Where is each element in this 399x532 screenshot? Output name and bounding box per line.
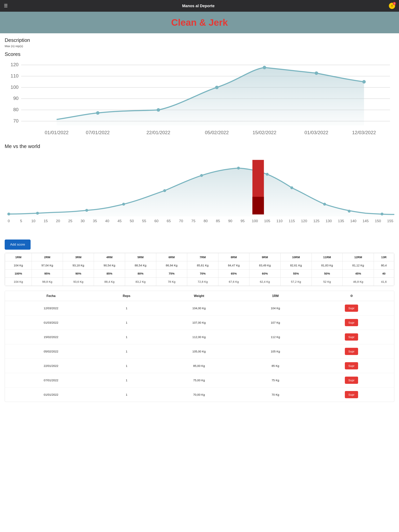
rm-header-cell: 1RM — [5, 253, 32, 261]
supr-cell: Supr — [309, 301, 394, 316]
cell-reps: 1 — [97, 344, 156, 359]
rm-kg-cell: 93,18 Kg — [63, 261, 94, 270]
mvw-x-75: 75 — [191, 219, 195, 223]
y-label-90: 90 — [13, 96, 19, 101]
cell-reps: 1 — [97, 359, 156, 373]
rm-calc-cell: 78 Kg — [156, 278, 187, 286]
mvw-x-130: 130 — [326, 219, 332, 223]
supr-button[interactable]: Supr — [345, 348, 358, 355]
menu-icon[interactable]: ☰ — [4, 3, 8, 8]
mvw-dot — [85, 209, 88, 212]
rm-kg-row: 104 Kg97,04 Kg93,18 Kg90,54 Kg88,54 Kg86… — [5, 261, 394, 270]
rm-kg-cell: 86,94 Kg — [156, 261, 187, 270]
description-heading: Description — [5, 37, 394, 43]
mvw-dot — [122, 203, 125, 206]
rm-calc-cell: 83,2 Kg — [125, 278, 156, 286]
rm-calc-cell: 46,8 Kg — [343, 278, 374, 286]
rm-table-wrapper: 1RM2RM3RM4RM5RM6RM7RM8RM9RM10RM11RM12RM1… — [5, 253, 394, 286]
supr-cell: Supr — [309, 330, 394, 344]
rm-kg-cell: 83,49 Kg — [249, 261, 281, 270]
rm-pct-cell: 40 — [374, 270, 394, 278]
rm-kg-cell: 81,83 Kg — [312, 261, 343, 270]
table-row: 07/01/2022175,00 Kg75 KgSupr — [5, 373, 394, 387]
rm-kg-cell: 97,04 Kg — [32, 261, 63, 270]
mvw-dot — [163, 189, 166, 192]
rm-kg-cell: 104 Kg — [5, 261, 32, 270]
y-label-120: 120 — [11, 62, 19, 67]
cell-weight: 112,00 Kg — [156, 330, 242, 344]
supr-button[interactable]: Supr — [345, 391, 358, 398]
table-row: 12/03/20221104,00 Kg104 KgSupr — [5, 301, 394, 316]
y-label-110: 110 — [11, 73, 19, 78]
rm-pct-cell: 50% — [312, 270, 343, 278]
rm-calc-cell: 41,6 — [374, 278, 394, 286]
mvw-x-55: 55 — [142, 219, 146, 223]
rm-pct-cell: 75% — [156, 270, 187, 278]
cell-weight: 107,00 Kg — [156, 316, 242, 330]
rm-header-cell: 4RM — [94, 253, 125, 261]
mvw-dot — [36, 212, 39, 215]
cell-weight: 85,00 Kg — [156, 359, 242, 373]
cell-fecha: 05/02/2022 — [5, 344, 97, 359]
cell-reps: 1 — [97, 373, 156, 387]
rm-pct-cell: 55% — [280, 270, 312, 278]
x-label-1: 01/01/2022 — [45, 130, 69, 135]
table-row: 15/02/20221112,00 Kg112 KgSupr — [5, 330, 394, 344]
rm-calc-cell: 72,8 Kg — [187, 278, 219, 286]
scores-log-header: Fecha — [5, 291, 97, 301]
description-text: Max (n) rep(s) — [5, 44, 394, 48]
supr-button[interactable]: Supr — [345, 304, 358, 312]
rm-kg-cell: 81,12 Kg — [343, 261, 374, 270]
rm-calc-cell: 62,4 Kg — [249, 278, 281, 286]
rm-header-row: 1RM2RM3RM4RM5RM6RM7RM8RM9RM10RM11RM12RM1… — [5, 253, 394, 261]
cell-rm1: 105 Kg — [242, 344, 309, 359]
table-row: 01/01/2022170,00 Kg70 KgSupr — [5, 387, 394, 402]
rm-kg-cell: 90,54 Kg — [94, 261, 125, 270]
app-title: Manos al Deporte — [182, 4, 215, 8]
cell-weight: 105,00 Kg — [156, 344, 242, 359]
table-row: 05/02/20221105,00 Kg105 KgSupr — [5, 344, 394, 359]
scores-log-table: FechaRepsWeight1RM⚙ 12/03/20221104,00 Kg… — [5, 291, 394, 402]
y-label-100: 100 — [11, 84, 19, 90]
supr-button[interactable]: Supr — [345, 333, 358, 341]
x-label-4: 05/02/2022 — [205, 130, 229, 135]
rm-pct-cell: 45% — [343, 270, 374, 278]
notification-bell[interactable]: ! 1 — [389, 3, 395, 9]
mvw-x-45: 45 — [117, 219, 122, 223]
scores-header-row: FechaRepsWeight1RM⚙ — [5, 291, 394, 301]
rm-calc-cell: 104 Kg — [5, 278, 32, 286]
mvw-dot — [290, 186, 293, 189]
supr-button[interactable]: Supr — [345, 362, 358, 369]
mvw-chart-container: 0 5 10 15 20 25 30 35 40 45 50 55 60 65 … — [5, 152, 394, 234]
rm-kg-cell: 84,47 Kg — [218, 261, 249, 270]
supr-cell: Supr — [309, 344, 394, 359]
cell-rm1: 112 Kg — [242, 330, 309, 344]
mvw-x-15: 15 — [44, 219, 48, 223]
cell-rm1: 107 Kg — [242, 316, 309, 330]
rm-calc-cell: 57,2 Kg — [280, 278, 312, 286]
supr-button[interactable]: Supr — [345, 377, 358, 384]
mvw-x-20: 20 — [56, 219, 60, 223]
chart-dot — [362, 80, 366, 83]
rm-header-cell: 5RM — [125, 253, 156, 261]
supr-button[interactable]: Supr — [345, 319, 358, 326]
x-label-2: 07/01/2022 — [86, 130, 110, 135]
scores-log-header: 1RM — [242, 291, 309, 301]
rm-calc-cell: 67,6 Kg — [218, 278, 249, 286]
hero-banner: Clean & Jerk — [0, 12, 399, 33]
x-label-5: 15/02/2022 — [252, 130, 276, 135]
cell-fecha: 01/03/2022 — [5, 316, 97, 330]
rm-header-cell: 7RM — [187, 253, 219, 261]
mvw-x-65: 65 — [167, 219, 171, 223]
scores-log-body: 12/03/20221104,00 Kg104 KgSupr01/03/2022… — [5, 301, 394, 402]
supr-cell: Supr — [309, 359, 394, 373]
scores-chart-container: 120 110 100 90 80 70 — [5, 58, 394, 141]
rm-pct-cell: 85% — [94, 270, 125, 278]
mvw-dot — [348, 210, 351, 213]
add-score-button[interactable]: Add score — [5, 240, 31, 250]
cell-weight: 75,00 Kg — [156, 373, 242, 387]
chart-dot — [215, 86, 219, 89]
table-row: 22/01/2022185,00 Kg85 KgSupr — [5, 359, 394, 373]
rm-pct-cell: 70% — [187, 270, 219, 278]
supr-cell: Supr — [309, 316, 394, 330]
